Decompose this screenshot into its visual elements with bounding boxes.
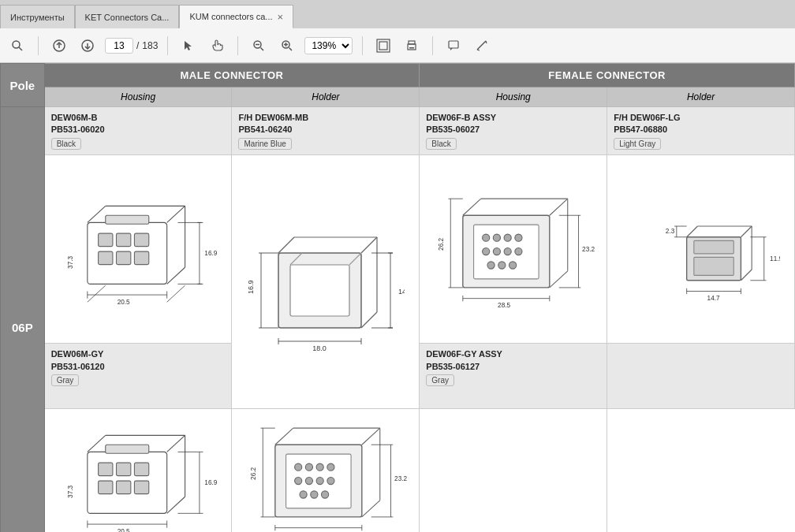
page-number-input[interactable]	[105, 38, 133, 54]
search-icon[interactable]	[6, 35, 28, 57]
tab-bar: Инструменты KET Connectors Ca... KUM con…	[0, 0, 795, 28]
svg-point-152	[327, 463, 334, 471]
separator-2	[167, 36, 168, 55]
svg-line-50	[361, 237, 377, 253]
svg-rect-36	[106, 215, 149, 224]
svg-line-1	[19, 47, 22, 50]
diagram-row-2: 20.5 16.9 37.3	[1, 408, 795, 532]
male-holder-subheader: Holder	[232, 87, 420, 107]
zoom-select[interactable]: 139% 100% 150%	[304, 37, 353, 54]
tab-ket[interactable]: KET Connectors Ca...	[75, 5, 180, 28]
female-housing-2-diagram: 28.5 23.2 26.2	[232, 408, 420, 532]
svg-rect-30	[99, 233, 113, 247]
svg-rect-33	[99, 251, 113, 265]
male-housing-2-partno: PB531-06120	[51, 361, 226, 373]
page-separator: /	[136, 40, 139, 51]
male-holder-1-diagram: 18.0 14.4 16.9	[232, 154, 420, 408]
svg-line-102	[741, 226, 752, 237]
svg-rect-18	[409, 47, 414, 49]
svg-text:28.5: 28.5	[498, 302, 510, 309]
svg-line-143	[275, 428, 293, 445]
male-housing-1-diagram: 20.5 16.9 37.3	[44, 154, 232, 344]
svg-line-49	[278, 237, 294, 253]
svg-point-79	[504, 234, 511, 241]
close-tab-icon[interactable]: ×	[278, 11, 284, 23]
separator-4	[362, 36, 363, 55]
svg-point-83	[504, 248, 511, 255]
svg-line-21	[477, 41, 486, 50]
svg-line-23	[486, 41, 487, 43]
svg-text:20.5: 20.5	[118, 528, 130, 532]
svg-text:2.3: 2.3	[665, 228, 674, 235]
svg-line-46	[167, 285, 185, 302]
pole-header-cell: Pole	[1, 64, 45, 107]
male-connector-header: MALE CONNECTOR	[44, 64, 420, 87]
male-housing-2-model: DEW06M-GY	[51, 348, 226, 360]
female-holder-2-info	[607, 344, 795, 408]
female-housing-2-model: DEW06F-GY ASSY	[426, 348, 600, 360]
female-holder-1-info: F/H DEW06F-LG PB547-06880 Light Gray	[607, 107, 795, 155]
male-housing-subheader: Housing	[44, 87, 232, 107]
connector-table: Pole MALE CONNECTOR FEMALE CONNECTOR Hou…	[0, 63, 795, 532]
svg-rect-31	[117, 233, 131, 247]
svg-point-157	[300, 491, 307, 498]
svg-line-74	[550, 271, 568, 288]
male-housing-2-info: DEW06M-GY PB531-06120 Gray	[44, 344, 232, 408]
hand-tool-icon[interactable]	[206, 35, 228, 57]
male-housing-2-color: Gray	[51, 374, 80, 386]
download-icon[interactable]	[77, 35, 99, 57]
svg-rect-32	[134, 233, 148, 247]
female-connector-header: FEMALE CONNECTOR	[420, 64, 795, 87]
cursor-tool-icon[interactable]	[177, 35, 200, 57]
svg-line-121	[88, 435, 106, 452]
dim-width-1: 20.5	[118, 299, 130, 306]
pole-value-label: 06P	[12, 321, 33, 334]
male-housing-1-svg: 20.5 16.9 37.3	[59, 183, 217, 313]
female-housing-2-color: Gray	[426, 374, 454, 386]
svg-line-22	[477, 50, 480, 50]
svg-point-86	[498, 262, 505, 269]
svg-rect-126	[99, 463, 113, 476]
female-holder-subheader: Holder	[607, 87, 795, 107]
upload-icon[interactable]	[48, 35, 70, 57]
svg-rect-35	[134, 251, 148, 265]
svg-line-54	[361, 312, 377, 328]
svg-text:26.2: 26.2	[438, 238, 445, 251]
edit-icon[interactable]	[471, 35, 493, 57]
svg-rect-16	[408, 44, 416, 50]
zoom-in-icon[interactable]	[276, 35, 298, 57]
female-housing-1-color: Black	[426, 138, 456, 150]
svg-line-13	[289, 47, 293, 50]
pole-header-label: Pole	[9, 79, 35, 92]
svg-rect-17	[409, 41, 415, 44]
separator-1	[38, 36, 39, 55]
svg-rect-130	[117, 481, 131, 494]
svg-rect-131	[134, 481, 148, 494]
fit-page-icon[interactable]	[372, 35, 394, 57]
print-icon[interactable]	[401, 35, 423, 57]
female-housing-1-partno: PB535-06027	[426, 124, 600, 136]
svg-text:18.0: 18.0	[312, 344, 327, 352]
zoom-out-icon[interactable]	[248, 35, 270, 57]
svg-line-26	[167, 206, 185, 222]
page-navigation: / 183	[105, 38, 158, 54]
svg-point-151	[316, 463, 323, 471]
female-housing-subheader: Housing	[420, 87, 607, 107]
svg-point-78	[493, 234, 500, 241]
dim-height-1: 16.9	[204, 250, 217, 257]
tab-kum[interactable]: KUM connectors ca... ×	[179, 5, 293, 28]
female-housing-1-model: DEW06F-B ASSY	[426, 112, 600, 124]
female-holder-1-model: F/H DEW06F-LG	[614, 112, 788, 124]
svg-point-153	[294, 477, 301, 484]
svg-rect-34	[117, 251, 131, 265]
female-holder-1-color: Light Gray	[614, 138, 661, 150]
svg-point-159	[321, 491, 328, 498]
comment-icon[interactable]	[442, 35, 465, 57]
svg-point-149	[294, 463, 301, 471]
svg-point-80	[515, 234, 522, 241]
tab-instruments[interactable]: Инструменты	[0, 5, 75, 28]
female-housing-2-info: DEW06F-GY ASSY PB535-06127 Gray	[420, 344, 607, 408]
female-housing-1-info: DEW06F-B ASSY PB535-06027 Black	[420, 107, 607, 155]
male-housing-1-color: Black	[51, 138, 81, 150]
svg-line-71	[463, 199, 481, 215]
